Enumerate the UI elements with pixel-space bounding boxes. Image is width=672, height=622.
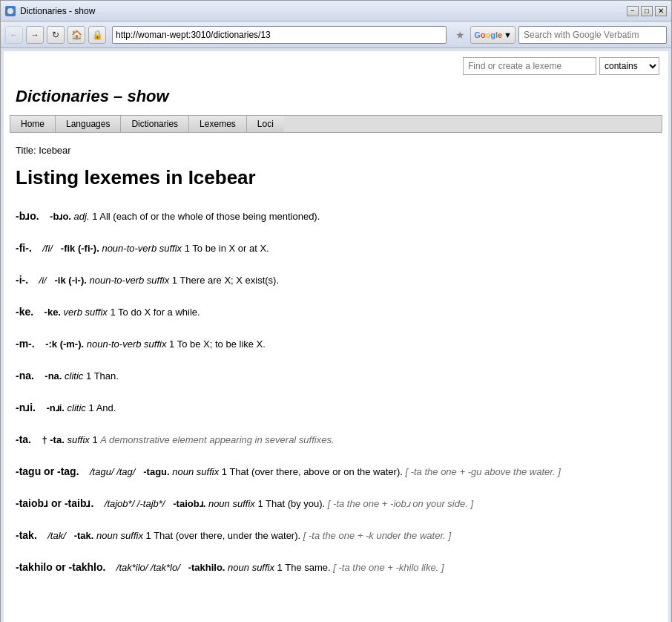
entry-note: [ -ta the one + -k under the water. ]: [303, 530, 451, 541]
list-item: -tagu or -tag. /tagu/ /tag/ -tagu. noun …: [16, 456, 656, 487]
tab-home[interactable]: Home: [10, 116, 56, 132]
entry-pos: noun-to-verb suffix: [102, 243, 182, 254]
google-logo: Google: [474, 30, 502, 39]
page-title: Dictionaries – show: [4, 81, 668, 115]
entry-pos: noun suffix: [96, 530, 143, 541]
browser-search-input[interactable]: [518, 26, 667, 44]
entry-headword: -tagu or -tag.: [16, 465, 79, 477]
tab-lexemes[interactable]: Lexemes: [189, 116, 247, 132]
entry-number: 1: [257, 498, 263, 509]
entry-gloss: A demonstrative element appearing in sev…: [100, 434, 334, 445]
list-item: -nɹi. -nɹi. clitic 1 And.: [16, 393, 656, 423]
entry-alt: -fik (-fi-).: [61, 243, 99, 254]
entry-number: 1: [222, 466, 227, 477]
entry-pos: noun suffix: [228, 562, 274, 573]
navigation-tabs: Home Languages Dictionaries Lexemes Loci: [10, 115, 662, 133]
entry-headword: -fi-.: [16, 242, 32, 254]
list-item: -ta. † -ta. suffix 1 A demonstrative ele…: [16, 425, 656, 455]
entry-number: 1: [92, 434, 97, 445]
entry-pos: verb suffix: [64, 307, 108, 318]
bookmark-button[interactable]: ★: [452, 27, 467, 42]
entry-phonetic: /fi/: [42, 243, 53, 254]
entry-headword: -ke.: [16, 306, 33, 318]
entry-pos: noun-to-verb suffix: [89, 275, 169, 286]
entry-alt: -takhilo.: [188, 562, 225, 573]
entry-definition: To do X for a while.: [118, 307, 200, 318]
list-item: -m-. -:k (-m-). noun-to-verb suffix 1 To…: [16, 329, 656, 359]
entry-headword: -taiobɹ or -taibɹ.: [16, 497, 93, 509]
entry-definition: There are X; X exist(s).: [179, 275, 279, 286]
minimize-button[interactable]: −: [627, 6, 639, 16]
restore-button[interactable]: □: [641, 6, 653, 16]
entry-alt: † -ta.: [42, 434, 64, 445]
lexeme-list: -bɹo. -bɹo. adj. 1 All (each of or the w…: [4, 201, 668, 583]
entry-phonetic: /tak*ilo/ /tak*lo/: [116, 562, 180, 573]
entry-pos: clitic: [65, 370, 83, 382]
entry-headword: -m-.: [16, 338, 35, 350]
list-item: -taiobɹ or -taibɹ. /tajob*/ /-tajb*/ -ta…: [16, 488, 656, 519]
entry-pos: adj.: [74, 211, 90, 222]
window-controls: − □ ✕: [627, 6, 667, 16]
entry-number: 1: [172, 275, 177, 286]
entry-headword: -na.: [16, 370, 34, 382]
refresh-button[interactable]: ↻: [47, 26, 65, 44]
page-content: contains starts with ends with equals Di…: [4, 51, 668, 622]
entry-phonetic: /i/: [39, 275, 47, 286]
entry-definition: The same.: [285, 562, 330, 573]
content-header: contains starts with ends with equals: [4, 51, 668, 81]
entry-headword: -i-.: [16, 274, 28, 286]
address-input[interactable]: [116, 30, 443, 40]
home-button[interactable]: 🏠: [67, 26, 85, 44]
entry-number: 1: [185, 243, 190, 254]
entry-definition: Than.: [94, 370, 119, 382]
title-bar: Dictionaries - show − □ ✕: [1, 1, 671, 22]
entry-alt: -tagu.: [143, 466, 169, 477]
tab-loci[interactable]: Loci: [247, 116, 284, 132]
entry-pos: suffix: [67, 434, 89, 445]
entry-definition: To be X; to be like X.: [177, 338, 266, 350]
browser-toolbar: ← → ↻ 🏠 🔒 ★ Google ▼: [1, 22, 671, 48]
list-item: -bɹo. -bɹo. adj. 1 All (each of or the w…: [16, 201, 656, 232]
entry-number: 1: [169, 338, 174, 350]
forward-button[interactable]: →: [26, 26, 44, 44]
entry-headword: -takhilo or -takhlo.: [16, 561, 105, 573]
entry-number: 1: [277, 562, 283, 573]
search-engine-selector[interactable]: Google ▼: [470, 26, 515, 44]
list-item: -i-. /i/ -ik (-i-). noun-to-verb suffix …: [16, 265, 656, 295]
entry-number: 1: [88, 402, 93, 413]
entry-alt: -tak.: [74, 530, 94, 541]
entry-number: 1: [110, 307, 115, 318]
entry-pos: clitic: [67, 402, 86, 413]
window-title: Dictionaries - show: [20, 6, 627, 16]
entry-definition: That (over there, under the water).: [154, 530, 300, 541]
entry-pos: noun suffix: [172, 466, 219, 477]
browser-icon: [5, 6, 16, 16]
entry-headword: -tak.: [16, 529, 37, 541]
find-lexeme-input[interactable]: [463, 57, 596, 75]
entry-definition: And.: [96, 402, 116, 413]
entry-headword: -nɹi.: [16, 402, 36, 413]
entry-definition: All (each of or the whole of those being…: [99, 211, 320, 222]
entry-phonetic: /tajob*/ /-tajb*/: [105, 498, 165, 509]
entry-definition: That (over there, above or on the water)…: [229, 466, 402, 477]
tab-dictionaries[interactable]: Dictionaries: [121, 116, 189, 132]
svg-point-0: [7, 8, 13, 14]
entry-alt: -nɹi.: [46, 402, 65, 413]
listing-heading: Listing lexemes in Icebear: [4, 159, 668, 201]
contains-select[interactable]: contains starts with ends with equals: [599, 57, 659, 75]
list-item: -na. -na. clitic 1 Than.: [16, 361, 656, 391]
entry-note: [ -ta the one + -iobɹ on your side. ]: [328, 498, 473, 509]
list-item: -fi-. /fi/ -fik (-fi-). noun-to-verb suf…: [16, 233, 656, 263]
entry-pos: noun suffix: [208, 498, 255, 509]
entry-number: 1: [86, 370, 91, 382]
close-button[interactable]: ✕: [655, 6, 667, 16]
entry-alt: -taiobɹ.: [173, 498, 205, 509]
entry-alt: -bɹo.: [50, 211, 71, 222]
entry-definition: That (by you).: [266, 498, 325, 509]
list-item: -tak. /tak/ -tak. noun suffix 1 That (ov…: [16, 520, 656, 551]
entry-pos: noun-to-verb suffix: [87, 338, 167, 350]
back-button[interactable]: ←: [5, 26, 23, 44]
entry-headword: -bɹo.: [16, 210, 39, 222]
entry-phonetic: /tagu/ /tag/: [90, 466, 135, 477]
tab-languages[interactable]: Languages: [56, 116, 121, 132]
